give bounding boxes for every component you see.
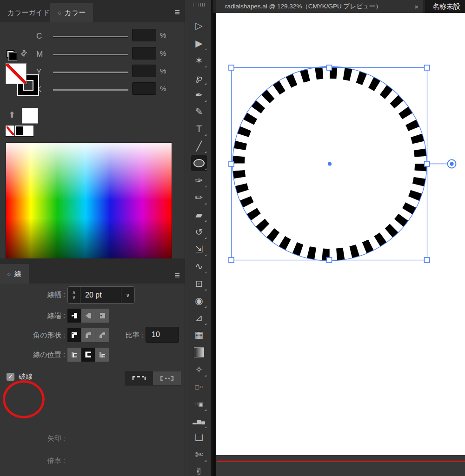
align-outside-button[interactable]	[95, 348, 109, 362]
stroke-panel-menu-icon[interactable]: ≡	[174, 271, 180, 280]
toolbar-grip[interactable]	[193, 3, 205, 7]
close-icon[interactable]: ×	[414, 3, 418, 11]
fill-swatch-none[interactable]	[6, 63, 27, 84]
perspective-grid-tool[interactable]: ⊿	[191, 310, 207, 326]
perspective-grid-tool-icon: ⊿	[195, 313, 203, 323]
selected-dashed-circle[interactable]	[216, 13, 465, 455]
shaper-tool[interactable]: ✏	[191, 190, 207, 205]
free-transform-tool[interactable]: ⊡	[191, 276, 207, 291]
slider-value-k[interactable]	[132, 82, 156, 95]
tab-stroke[interactable]: ◇ 線	[0, 264, 29, 284]
column-graph-tool[interactable]: ▂▆▄	[191, 413, 207, 429]
ellipse-tool[interactable]	[191, 155, 207, 171]
dash-option-group	[125, 371, 181, 386]
slice-tool[interactable]: ✄	[191, 447, 207, 463]
dashed-line-checkbox[interactable]: ✓	[7, 373, 14, 381]
join-miter-button[interactable]	[67, 328, 81, 342]
cap-round-button[interactable]	[81, 309, 95, 323]
gradient-tool[interactable]	[191, 344, 207, 360]
cap-butt-button[interactable]	[67, 309, 81, 323]
rotate-tool[interactable]: ↺	[191, 224, 207, 240]
color-panel-menu-icon[interactable]: ≡	[174, 7, 180, 17]
slider-track-c[interactable]	[53, 36, 128, 38]
symbol-sprayer-tool[interactable]: ∷▣	[191, 396, 207, 412]
join-miter-icon	[71, 331, 78, 339]
tab-color-label: カラー	[65, 8, 86, 17]
align-dashes-button[interactable]	[153, 371, 181, 385]
curvature-tool-icon: ✎	[195, 107, 203, 116]
slider-value-y[interactable]	[132, 65, 156, 77]
join-round-icon	[85, 331, 92, 339]
preserve-dashes-icon	[131, 375, 147, 382]
eyedropper-tool[interactable]: ✧	[191, 362, 207, 377]
left-dock: カラーガイド ◇ カラー ≡ ⇄ ⬆ C %	[0, 0, 185, 476]
last-color-swatch[interactable]	[22, 108, 38, 124]
cap-projecting-button[interactable]	[95, 309, 109, 323]
miter-value-input[interactable]: 10	[146, 327, 179, 343]
color-panel-tabbar: カラーガイド ◇ カラー ≡	[0, 0, 185, 22]
swatch-none[interactable]	[6, 126, 15, 136]
lasso-tool[interactable]: ℘	[191, 70, 207, 86]
width-tool[interactable]: ∿	[191, 258, 207, 274]
type-tool[interactable]: T	[191, 121, 207, 137]
slider-value-c[interactable]	[132, 29, 156, 41]
slider-label-c: C	[36, 32, 46, 41]
align-inside-button[interactable]	[81, 348, 95, 362]
line-segment-tool[interactable]: ╱	[191, 138, 207, 154]
slider-row-c: C %	[0, 30, 185, 43]
corner-label: 角の形状 :	[4, 331, 65, 340]
align-center-button[interactable]	[67, 348, 81, 362]
check-icon: ✓	[8, 373, 13, 380]
rotate-tool-icon: ↺	[195, 227, 203, 237]
up-arrow-icon[interactable]: ⬆	[8, 110, 15, 120]
artboard-tool[interactable]: ❏	[191, 430, 207, 445]
line-segment-tool-icon: ╱	[196, 141, 202, 151]
curvature-tool[interactable]: ✎	[191, 104, 207, 119]
slider-value-m[interactable]	[132, 47, 156, 60]
stroke-weight-control: ∧ ∨ 20 pt ∨	[67, 286, 135, 304]
slice-tool-icon: ✄	[195, 450, 203, 459]
miter-label: 比率 :	[107, 331, 143, 340]
document-tab-inactive[interactable]: 名称未設	[425, 0, 465, 13]
shaper-tool-icon: ✏	[195, 193, 203, 202]
tab-color[interactable]: ◇ カラー	[50, 3, 93, 22]
selection-tool[interactable]: ▷	[191, 18, 207, 33]
swatch-black[interactable]	[15, 126, 24, 136]
stepper-up-icon[interactable]: ∧	[72, 290, 75, 295]
document-tab-active[interactable]: radialshapes.ai @ 129.32%（CMYK/GPU プレビュー…	[216, 0, 423, 13]
scale-tool[interactable]: ⇲	[191, 241, 207, 257]
color-panel-body: ⇄ ⬆ C % M % Y	[0, 22, 185, 258]
collapse-icon[interactable]: ◇	[58, 10, 61, 15]
shape-builder-tool[interactable]: ◉	[191, 293, 207, 309]
pen-tool[interactable]: ✒	[191, 87, 207, 103]
stroke-weight-dropdown[interactable]: ∨	[121, 287, 134, 303]
collapse-icon[interactable]: ◇	[7, 271, 11, 277]
eraser-tool[interactable]: ▰	[191, 207, 207, 223]
swatch-white[interactable]	[24, 126, 33, 136]
paintbrush-tool[interactable]: ✑	[191, 172, 207, 188]
join-round-button[interactable]	[81, 328, 95, 342]
hand-tool[interactable]: ✌	[191, 463, 207, 476]
blend-tool[interactable]: ▢○	[191, 379, 207, 395]
direct-selection-tool[interactable]: ▶	[191, 35, 207, 51]
align-outside-icon	[99, 351, 106, 358]
slider-track-m[interactable]	[53, 54, 128, 56]
tab-color-guide[interactable]: カラーガイド	[0, 3, 58, 22]
artboard-canvas[interactable]	[216, 13, 465, 455]
width-tool-icon: ∿	[195, 262, 203, 271]
cap-projecting-icon	[99, 312, 106, 319]
stepper-down-icon[interactable]: ∨	[72, 295, 75, 300]
stroke-weight-stepper[interactable]: ∧ ∨	[68, 287, 80, 303]
preserve-dashes-button[interactable]	[125, 371, 153, 385]
join-bevel-icon	[99, 331, 106, 339]
slider-track-k[interactable]	[53, 89, 128, 91]
stroke-weight-value[interactable]: 20 pt	[80, 287, 121, 303]
slider-unit-m: %	[160, 49, 166, 57]
blend-tool-icon: ▢○	[194, 384, 203, 390]
mesh-tool[interactable]: ▦	[191, 327, 207, 343]
magic-wand-tool[interactable]: ✶	[191, 53, 207, 68]
stroke-panel-tabbar: ◇ 線 ≡	[0, 263, 185, 284]
panel-divider	[0, 258, 185, 263]
arrowheads-label: 矢印 :	[4, 434, 65, 443]
slider-track-y[interactable]	[53, 72, 128, 73]
